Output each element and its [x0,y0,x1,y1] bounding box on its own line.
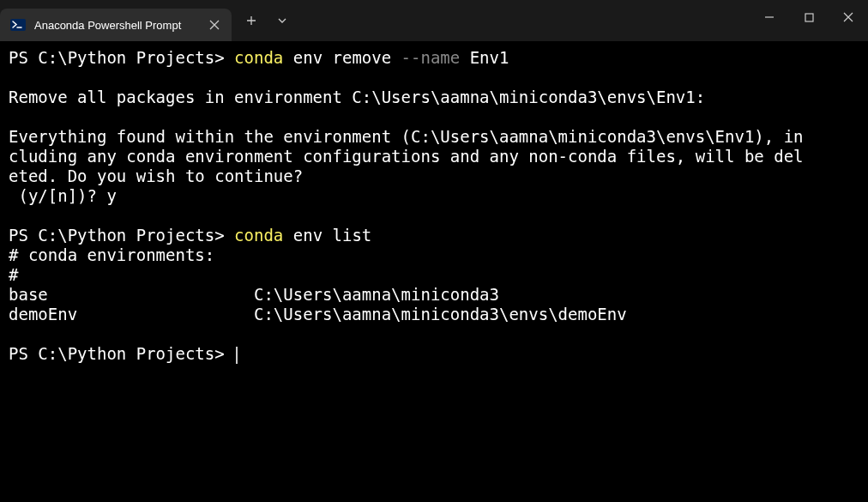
output-line: (y/[n])? y [9,186,117,205]
output-line: Remove all packages in environment C:\Us… [9,88,705,106]
terminal-content[interactable]: PS C:\Python Projects> conda env remove … [0,41,868,371]
prompt-text: PS C:\Python Projects> [9,344,234,363]
flag-text: --name [401,48,461,67]
minimize-button[interactable] [750,0,789,34]
output-line: # [9,265,18,284]
powershell-icon [10,17,26,33]
tab-actions [232,0,297,41]
args-text: Env1 [460,48,509,67]
new-tab-button[interactable] [237,6,266,35]
output-line: Everything found within the environment … [9,127,804,146]
close-window-button[interactable] [829,0,868,34]
output-line: # conda environments: [9,245,214,264]
svg-rect-0 [10,19,26,31]
output-line: eted. Do you wish to continue? [9,166,303,185]
output-line: cluding any conda environment configurat… [9,147,804,166]
args-text: env remove [283,48,401,67]
command-text: conda [234,48,283,67]
tab-dropdown-button[interactable] [268,6,297,35]
prompt-text: PS C:\Python Projects> [9,48,234,67]
prompt-text: PS C:\Python Projects> [9,226,234,245]
command-text: conda [234,226,283,245]
tab-active[interactable]: Anaconda Powershell Prompt [0,9,232,41]
args-text: env list [283,226,371,245]
titlebar-drag-area[interactable] [297,0,750,41]
tab-close-button[interactable] [206,16,223,33]
window-controls [750,0,868,34]
terminal-cursor [236,347,238,364]
maximize-button[interactable] [789,0,829,34]
svg-rect-1 [805,14,813,21]
tab-area: Anaconda Powershell Prompt [0,0,232,41]
titlebar: Anaconda Powershell Prompt [0,0,868,41]
output-line: base C:\Users\aamna\miniconda3 [9,285,499,304]
output-line: demoEnv C:\Users\aamna\miniconda3\envs\d… [9,305,627,324]
tab-title: Anaconda Powershell Prompt [34,19,197,32]
